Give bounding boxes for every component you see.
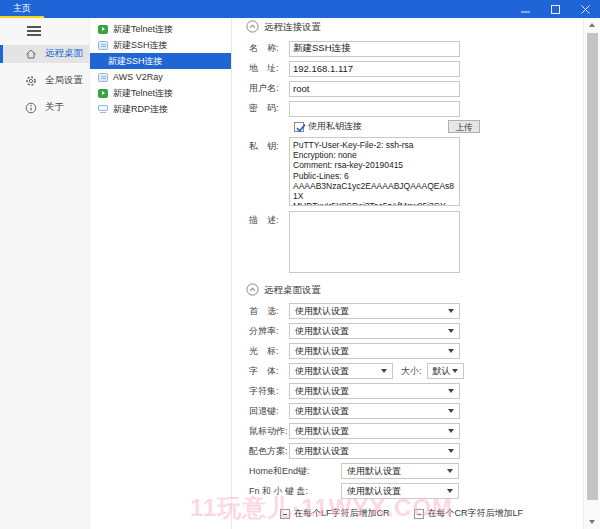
connection-item[interactable]: AWS V2Ray — [90, 69, 231, 85]
menu-icon[interactable] — [27, 26, 41, 36]
font-size-select[interactable]: 默认 — [427, 363, 464, 379]
line-ending-options: 在每个LF字符后增加CR 在每个CR字符后增加LF — [280, 507, 600, 520]
cursor-select[interactable]: 使用默认设置 — [289, 343, 460, 359]
use-private-key-checkbox[interactable] — [294, 122, 304, 132]
chevron-down-icon — [448, 349, 454, 353]
lf-cr-label: 在每个LF字符后增加CR — [294, 507, 390, 520]
chevron-down-icon — [448, 429, 454, 433]
cr-lf-label: 在每个CR字符后增加LF — [428, 507, 524, 520]
telnet-icon — [98, 25, 108, 34]
chevron-down-icon — [381, 369, 387, 373]
mouse-action-label: 鼠标动作: — [249, 425, 289, 438]
name-label: 名 称: — [249, 42, 289, 55]
private-key-label: 私 钥: — [249, 137, 289, 153]
connection-label: 新建SSH连接 — [108, 55, 163, 68]
home-end-select[interactable]: 使用默认设置 — [341, 463, 459, 479]
address-label: 地 址: — [249, 62, 289, 75]
connection-item[interactable]: 新建SSH连接 — [90, 37, 231, 53]
mouse-action-select[interactable]: 使用默认设置 — [289, 423, 460, 439]
close-icon[interactable] — [570, 0, 600, 18]
charset-select[interactable]: 使用默认设置 — [289, 383, 460, 399]
sidebar-item-label: 全局设置 — [45, 74, 83, 87]
maximize-icon[interactable] — [540, 0, 570, 18]
connection-label: 新建RDP连接 — [113, 103, 168, 116]
settings-panel: 远程连接设置 名 称: 地 址: 用户名: 密 码: 使用私钥连接 上传 私 钥… — [231, 18, 600, 529]
tab-home[interactable]: 主页 — [0, 0, 44, 18]
resolution-label: 分辨率: — [249, 325, 289, 338]
description-textarea[interactable] — [289, 211, 460, 273]
name-input[interactable] — [289, 41, 460, 57]
home-icon — [25, 48, 37, 60]
chevron-down-icon — [448, 309, 454, 313]
preference-select[interactable]: 使用默认设置 — [289, 303, 460, 319]
sidebar-item-label: 关于 — [45, 101, 64, 114]
window-controls — [510, 0, 600, 18]
use-private-key-row: 使用私钥连接 上传 — [294, 120, 480, 133]
color-scheme-select[interactable]: 使用默认设置 — [289, 443, 460, 459]
preference-label: 首 选: — [249, 305, 289, 318]
chevron-down-icon — [452, 369, 458, 373]
sidebar-item-remote-desktop[interactable]: 远程桌面 — [0, 45, 89, 63]
collapse-icon[interactable] — [246, 283, 259, 298]
scrollbar[interactable] — [583, 18, 600, 529]
telnet-icon — [98, 89, 108, 98]
password-input[interactable] — [289, 101, 460, 117]
cursor-label: 光 标: — [249, 345, 289, 358]
resolution-select[interactable]: 使用默认设置 — [289, 323, 460, 339]
connection-label: AWS V2Ray — [113, 72, 163, 82]
description-label: 描 述: — [249, 211, 289, 227]
chevron-down-icon — [448, 389, 454, 393]
home-end-label: Home和End键: — [249, 465, 341, 478]
username-label: 用户名: — [249, 82, 289, 95]
chevron-down-icon — [447, 469, 453, 473]
desktop-settings-header: 远程桌面设置 — [239, 284, 600, 297]
minimize-icon[interactable] — [510, 0, 540, 18]
connection-list: 新建Telnet连接 新建SSH连接 新建SSH连接 AWS V2Ray 新建T… — [90, 18, 231, 529]
backspace-label: 回退键: — [249, 405, 289, 418]
fn-keypad-label: Fn 和 小 键 盘: — [249, 485, 341, 498]
font-size-label: 大小: — [401, 365, 422, 378]
section-title: 远程连接设置 — [264, 21, 321, 34]
connection-label: 新建Telnet连接 — [113, 23, 173, 36]
username-input[interactable] — [289, 81, 460, 97]
chevron-down-icon — [448, 449, 454, 453]
connection-item[interactable]: 新建Telnet连接 — [90, 85, 231, 101]
font-label: 字 体: — [249, 365, 289, 378]
connection-item[interactable]: 新建RDP连接 — [90, 101, 231, 117]
gear-icon — [25, 75, 37, 87]
sidebar: 远程桌面 全局设置 关于 — [0, 18, 90, 529]
scroll-down-icon[interactable] — [584, 515, 600, 529]
chevron-down-icon — [448, 329, 454, 333]
cr-lf-checkbox[interactable] — [414, 509, 424, 519]
use-private-key-label: 使用私钥连接 — [308, 120, 362, 133]
connection-label: 新建SSH连接 — [113, 39, 168, 52]
info-icon — [25, 102, 37, 114]
backspace-select[interactable]: 使用默认设置 — [289, 403, 460, 419]
charset-label: 字符集: — [249, 385, 289, 398]
scrollbar-thumb[interactable] — [587, 33, 598, 500]
address-input[interactable] — [289, 61, 460, 77]
connection-item[interactable]: 新建Telnet连接 — [90, 21, 231, 37]
color-scheme-label: 配色方案: — [249, 445, 289, 458]
upload-button[interactable]: 上传 — [448, 120, 480, 133]
titlebar: 主页 — [0, 0, 600, 18]
chevron-down-icon — [448, 409, 454, 413]
sidebar-item-about[interactable]: 关于 — [0, 99, 89, 117]
section-title: 远程桌面设置 — [264, 284, 321, 297]
sidebar-item-global-settings[interactable]: 全局设置 — [0, 72, 89, 90]
lf-cr-checkbox[interactable] — [280, 509, 290, 519]
rdp-monitor-icon — [98, 105, 108, 114]
collapse-icon[interactable] — [246, 20, 259, 35]
connection-item-selected[interactable]: 新建SSH连接 — [90, 53, 231, 69]
ssh-icon — [98, 41, 108, 50]
font-select[interactable]: 使用默认设置 — [289, 363, 393, 379]
ssh-icon — [98, 73, 108, 82]
scroll-up-icon[interactable] — [584, 18, 600, 32]
password-label: 密 码: — [249, 102, 289, 115]
sidebar-item-label: 远程桌面 — [45, 47, 83, 60]
fn-keypad-select[interactable]: 使用默认设置 — [341, 483, 459, 499]
connection-settings-header: 远程连接设置 — [239, 21, 600, 34]
private-key-textarea[interactable]: PuTTY-User-Key-File-2: ssh-rsa Encryptio… — [289, 137, 460, 206]
chevron-down-icon — [447, 489, 453, 493]
connection-label: 新建Telnet连接 — [113, 87, 173, 100]
